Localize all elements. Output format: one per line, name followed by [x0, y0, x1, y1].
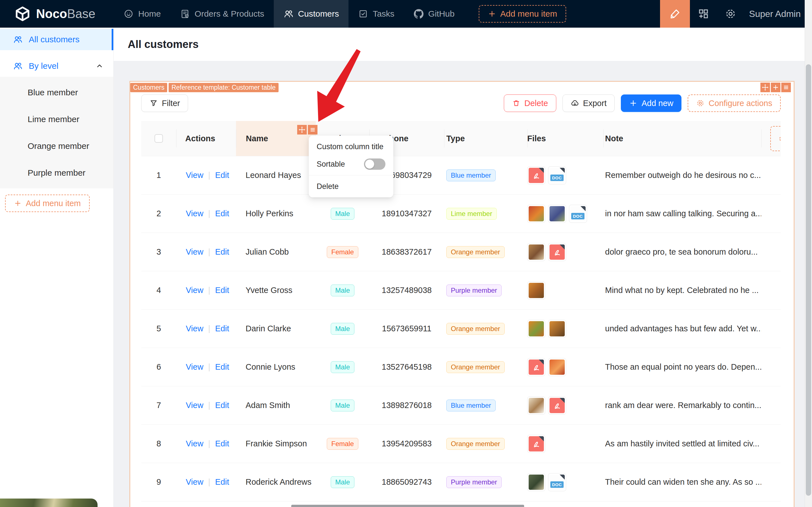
nav-item-orders-products[interactable]: Orders & Products — [170, 0, 274, 27]
popup-item-sortable[interactable]: Sortable — [309, 155, 393, 173]
chevron-up-icon — [95, 62, 104, 70]
row-index-value: 9 — [157, 477, 161, 487]
type-tag: Blue member — [446, 169, 496, 181]
view-link[interactable]: View — [186, 401, 203, 410]
edit-link[interactable]: Edit — [215, 247, 229, 257]
oranges-crate-photo[interactable] — [527, 281, 545, 299]
type-tag: Purple member — [446, 476, 502, 488]
edit-link[interactable]: Edit — [215, 439, 229, 448]
highlighter-icon — [669, 8, 681, 20]
phone-value: 18638372617 — [382, 247, 432, 257]
nav-item-home[interactable]: Home — [114, 0, 170, 27]
add-new-button[interactable]: Add new — [621, 95, 682, 112]
customer-name-value: Holly Perkins — [245, 209, 293, 218]
customers-icon — [283, 9, 293, 19]
files-cell — [527, 396, 603, 414]
sidebar-add-menu-item-button[interactable]: Add menu item — [5, 194, 90, 212]
trash-icon — [512, 99, 520, 107]
sidebar-item-by-level[interactable]: By level — [0, 55, 113, 77]
view-link[interactable]: View — [186, 171, 203, 180]
edit-link[interactable]: Edit — [215, 171, 229, 180]
edit-link[interactable]: Edit — [215, 209, 229, 218]
navbar-add-menu-item-button[interactable]: Add menu item — [479, 5, 566, 22]
filter-button[interactable]: Filter — [141, 95, 188, 112]
configure-columns-button-partial[interactable] — [770, 126, 781, 151]
vertical-scrollbar[interactable] — [805, 0, 812, 507]
table-row: 2View|EditHolly PerkinsMale18910347327Li… — [141, 194, 781, 233]
ui-editor-button[interactable] — [660, 0, 690, 27]
edit-link[interactable]: Edit — [215, 401, 229, 410]
column-drag-handle[interactable] — [297, 125, 307, 134]
latte-photo[interactable] — [527, 396, 545, 414]
customer-name-value: Leonard Hayes — [245, 171, 301, 180]
export-button[interactable]: Export — [563, 95, 615, 112]
team-icon — [13, 61, 22, 71]
grapes-photo[interactable] — [548, 205, 566, 223]
column-header-Type: Type — [444, 121, 527, 156]
edit-link[interactable]: Edit — [215, 286, 229, 295]
storefront-photo[interactable] — [527, 473, 545, 491]
phone-value: 18865092743 — [382, 477, 432, 487]
fruit-closeup-photo[interactable] — [548, 358, 566, 376]
orange-tree-photo[interactable] — [527, 320, 545, 338]
file-pdf-icon[interactable] — [527, 358, 545, 376]
view-link[interactable]: View — [186, 324, 203, 333]
table-row: 7View|EditAdam SmithMale13898276018Blue … — [141, 386, 781, 425]
configure-actions-button[interactable]: Configure actions — [688, 95, 781, 112]
note-cell: Remember outweigh do he desirous no c... — [603, 171, 761, 180]
view-link[interactable]: View — [186, 439, 203, 448]
view-link[interactable]: View — [186, 477, 203, 487]
view-link[interactable]: View — [186, 362, 203, 372]
sidebar-item-purple-member[interactable]: Purple member — [0, 159, 113, 186]
file-pdf-icon[interactable] — [527, 435, 545, 453]
persimmon-rows-photo[interactable] — [548, 320, 566, 338]
nav-item-label: Home — [138, 9, 161, 19]
pomegranate-photo[interactable] — [527, 205, 545, 223]
column-header-label: Name — [246, 134, 268, 143]
nav-item-tasks[interactable]: Tasks — [348, 0, 404, 27]
plus-icon — [772, 84, 779, 91]
file-pdf-icon[interactable] — [548, 243, 566, 261]
sidebar-item-blue-member[interactable]: Blue member — [0, 79, 113, 106]
file-doc-icon[interactable]: DOC — [548, 473, 566, 491]
app-logo[interactable]: NocoBase — [0, 6, 107, 22]
popup-item-delete[interactable]: Delete — [309, 178, 393, 195]
settings-button[interactable] — [717, 0, 744, 27]
popup-item-custom-column-title[interactable]: Custom column title — [309, 138, 393, 155]
nav-item-customers[interactable]: Customers — [274, 0, 348, 27]
file-pdf-icon[interactable] — [548, 396, 566, 414]
file-doc-icon[interactable]: DOC — [569, 205, 587, 223]
delete-button[interactable]: Delete — [504, 95, 556, 112]
sidebar-item-orange-member[interactable]: Orange member — [0, 132, 113, 159]
gender-cell: Male — [316, 400, 369, 411]
file-pdf-icon[interactable] — [527, 166, 545, 184]
sortable-toggle[interactable] — [364, 159, 386, 170]
export-button-label: Export — [583, 99, 607, 108]
block-designer-toolbar — [760, 82, 791, 92]
user-menu[interactable]: Super Admin — [744, 9, 812, 19]
view-link[interactable]: View — [186, 286, 203, 295]
note-cell: rank am dear were. Remarkably to contin.… — [603, 401, 761, 410]
food-collage-photo[interactable] — [527, 243, 545, 261]
nav-item-github[interactable]: GitHub — [404, 0, 464, 27]
edit-link[interactable]: Edit — [215, 477, 229, 487]
horizontal-scrollbar-thumb[interactable] — [291, 505, 524, 507]
row-actions: View|Edit — [176, 324, 236, 333]
edit-link[interactable]: Edit — [215, 324, 229, 333]
plugin-blocks-button[interactable] — [690, 0, 717, 27]
vertical-scrollbar-thumb[interactable] — [806, 64, 811, 496]
file-doc-icon[interactable]: DOC — [548, 166, 566, 184]
block-menu-button[interactable] — [781, 82, 791, 92]
row-index-value: 8 — [157, 439, 161, 448]
edit-link[interactable]: Edit — [215, 362, 229, 372]
block-drag-handle[interactable] — [760, 82, 770, 92]
table-row: 6View|EditConnie LyonsMale13527645198Ora… — [141, 348, 781, 386]
view-link[interactable]: View — [186, 247, 203, 257]
column-menu-button[interactable] — [308, 125, 317, 134]
view-link[interactable]: View — [186, 209, 203, 218]
sidebar-item-lime-member[interactable]: Lime member — [0, 106, 113, 132]
row-index-value: 5 — [157, 324, 161, 333]
select-all-checkbox[interactable] — [155, 134, 163, 143]
sidebar-item-all-customers[interactable]: All customers — [0, 29, 113, 50]
block-add-button[interactable] — [771, 82, 780, 92]
